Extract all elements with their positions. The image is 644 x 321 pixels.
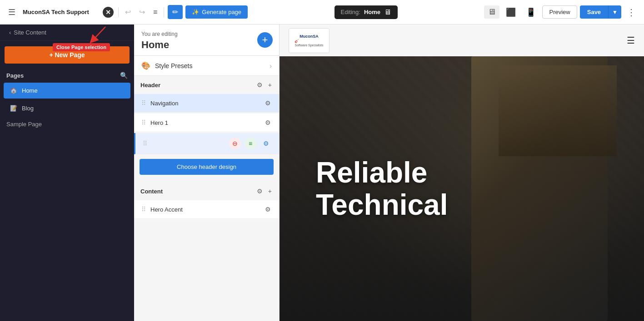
style-presets-chevron: › [270,62,272,69]
save-dropdown-btn[interactable]: ▼ [608,5,621,19]
hero-accent-drag[interactable]: ⠿ [141,206,146,213]
navigation-drag[interactable]: ⠿ [141,99,146,107]
editing-header: You are editing Home + [134,25,279,56]
logo-text-line1: MuconSA [295,34,323,39]
save-btn[interactable]: Save [580,5,608,19]
hero1-gear-btn[interactable]: ⚙ [264,118,272,127]
generate-icon: ✨ [192,9,199,15]
hero1-drag[interactable]: ⠿ [141,119,146,126]
hero-accent-gear-btn[interactable]: ⚙ [264,205,272,214]
editing-text: You are editing [141,31,272,37]
blog-label: Blog [22,105,34,112]
content-gear-btn[interactable]: ⚙ [256,187,264,196]
center-panel: You are editing Home + 🎨 Style Presets ›… [134,25,280,321]
style-presets-row[interactable]: 🎨 Style Presets › [134,56,279,76]
more-options-btn[interactable]: ⋮ [624,5,639,20]
header-section-title: Header [140,82,160,89]
header-gear-btn[interactable]: ⚙ [256,80,264,89]
preview-nav: MuconSA 🎸 Software Specialists ☰ [280,25,644,56]
choose-header-design-btn[interactable]: Choose header design [140,159,274,175]
hero1-label: Hero 1 [150,119,264,126]
hamburger-btn[interactable]: ☰ [5,5,18,19]
style-presets-left: 🎨 Style Presets [141,61,192,70]
logo-text-line2: Software Specialists [295,44,323,47]
header-section-actions: ⚙ + [256,80,273,89]
toolbar-divider-1 [118,7,119,17]
sidebar-item-sample[interactable]: Sample Page [0,117,134,131]
sidebar-item-home[interactable]: 🏠 Home [4,83,130,99]
highlighted-drag[interactable]: ⠿ [143,140,147,147]
content-section-header: Content ⚙ + [134,182,279,200]
save-btn-group: Save ▼ [580,5,621,19]
site-title: MuconSA Tech Support [23,9,97,15]
hero-title-line1: Reliable [316,157,427,188]
global-top-bar: ☰ MuconSA Tech Support ✕ Close Page sele… [0,0,644,25]
bg-decoration-2 [499,65,617,156]
generate-page-btn[interactable]: ✨ Generate page [185,5,248,19]
preview-hero: Reliable Technical [280,56,644,321]
blog-icon: 📝 [10,105,17,112]
header-section-header: Header ⚙ + [134,76,279,94]
editing-icon: 🖥 [384,8,391,16]
style-presets-label: Style Presets [155,62,192,69]
editing-badge: Editing: Home 🖥 [334,5,398,19]
hero-accent-item: ⠿ Hero Accent ⚙ [134,200,279,219]
content-area: ‹ Site Content + New Page Pages 🔍 🏠 Home… [0,25,644,321]
editing-prefix: Editing: [341,9,360,15]
desktop-view-btn[interactable]: 🖥 [484,5,499,19]
hero-title-line2: Technical [316,189,448,221]
style-presets-icon: 🎨 [141,61,150,70]
app-wrapper: ☰ MuconSA Tech Support ✕ Close Page sele… [0,0,644,321]
content-section-actions: ⚙ + [256,187,273,196]
undo-btn[interactable]: ↩ [122,6,134,18]
highlighted-actions: ⊖ ≡ ⚙ [229,138,272,149]
hamburger-preview-icon: ☰ [627,35,635,46]
new-page-btn[interactable]: + New Page [5,46,130,64]
list-item-btn[interactable]: ≡ [245,138,256,149]
tablet-view-btn[interactable]: ⬛ [502,5,519,19]
highlighted-item: ⠿ ⊖ ≡ ⚙ [134,133,279,154]
preview-btn[interactable]: Preview [542,5,577,19]
content-section-title: Content [140,188,163,195]
navigation-label: Navigation [150,100,264,107]
home-label: Home [22,87,38,94]
home-icon: 🏠 [10,87,17,94]
site-content-link[interactable]: ‹ Site Content [0,25,134,41]
list-btn[interactable]: ≡ [150,6,160,18]
guitar-icon: 🎸 [295,39,323,43]
add-section-btn[interactable]: + [257,32,273,48]
redo-btn[interactable]: ↪ [136,6,148,18]
left-sidebar: ‹ Site Content + New Page Pages 🔍 🏠 Home… [0,25,134,321]
remove-item-btn[interactable]: ⊖ [229,138,241,149]
pages-label: Pages [6,72,24,79]
generate-label: Generate page [202,9,241,15]
toolbar-divider-2 [164,7,164,17]
sample-label: Sample Page [6,121,42,128]
hero1-item: ⠿ Hero 1 ⚙ [134,114,279,132]
navigation-item: ⠿ Navigation ⚙ [134,94,279,113]
sidebar-item-blog[interactable]: 📝 Blog [4,100,130,116]
header-plus-btn[interactable]: + [267,80,273,89]
pages-header: Pages 🔍 [0,69,134,82]
settings-item-btn[interactable]: ⚙ [260,138,272,149]
hero-accent-label: Hero Accent [150,206,264,213]
chevron-left-icon: ‹ [9,29,11,36]
close-page-btn[interactable]: ✕ [102,6,115,19]
content-plus-btn[interactable]: + [267,187,273,196]
preview-logo: MuconSA 🎸 Software Specialists [289,28,329,53]
site-content-label: Site Content [14,29,46,36]
search-icon[interactable]: 🔍 [120,72,128,79]
editing-page-name: Home [364,9,380,15]
navigation-gear-btn[interactable]: ⚙ [264,99,272,108]
right-preview: MuconSA 🎸 Software Specialists ☰ Reliabl… [280,25,644,321]
edit-mode-btn[interactable]: ✏ [168,5,183,19]
editing-page-name-panel: Home [141,39,272,51]
bottom-spacer [134,220,279,229]
mobile-view-btn[interactable]: 📱 [522,5,539,19]
